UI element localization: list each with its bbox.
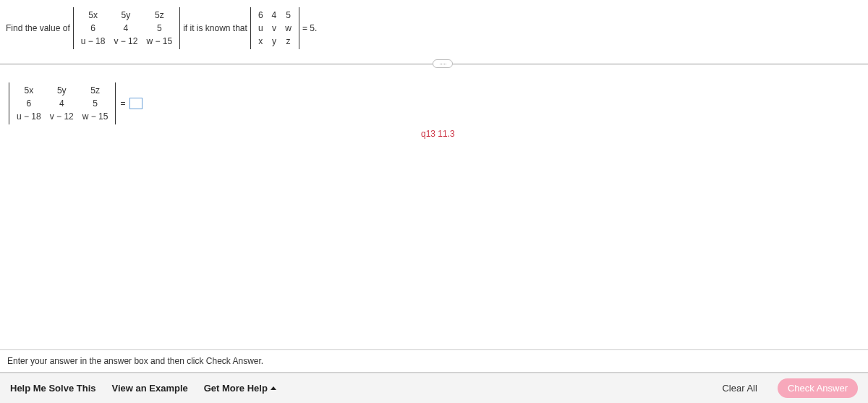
matrix-cell: w − 15 bbox=[78, 111, 113, 122]
matrix-cell: 4 bbox=[109, 23, 142, 33]
matrix-cell: 6 bbox=[77, 23, 110, 33]
footer-instruction: Enter your answer in the answer box and … bbox=[0, 349, 868, 373]
det2-grid: 645uvwxyz bbox=[251, 7, 299, 49]
prompt-tail: = 5. bbox=[302, 23, 317, 33]
matrix-cell: 5x bbox=[77, 10, 110, 20]
matrix-cell: 4 bbox=[268, 10, 281, 20]
prompt-mid: if it is known that bbox=[183, 23, 247, 33]
prompt-lead: Find the value of bbox=[6, 23, 70, 33]
matrix-cell: x bbox=[254, 36, 268, 46]
bottom-toolbar: Help Me Solve This View an Example Get M… bbox=[0, 373, 868, 403]
det-bar-right bbox=[115, 82, 116, 124]
help-me-solve-label: Help Me Solve This bbox=[10, 383, 95, 394]
matrix-cell: u − 18 bbox=[12, 111, 46, 122]
matrix-cell: y bbox=[268, 36, 281, 46]
answer-det-grid: 5x5y5z645u − 18v − 12w − 15 bbox=[9, 82, 115, 124]
clear-all-button[interactable]: Clear All bbox=[718, 382, 761, 394]
get-more-help-button[interactable]: Get More Help bbox=[204, 383, 276, 394]
question-area: Find the value of 5x5y5z645u − 18v − 12w… bbox=[0, 0, 868, 54]
matrix-cell: 5x bbox=[12, 85, 46, 96]
determinant-2: 645uvwxyz bbox=[250, 7, 299, 49]
det1-grid: 5x5y5z645u − 18v − 12w − 15 bbox=[74, 7, 179, 49]
matrix-cell: z bbox=[281, 36, 296, 46]
matrix-cell: u bbox=[254, 23, 268, 33]
question-reference-note: q13 11.3 bbox=[421, 129, 455, 139]
determinant-1: 5x5y5z645u − 18v − 12w − 15 bbox=[73, 7, 180, 49]
help-me-solve-button[interactable]: Help Me Solve This bbox=[10, 383, 95, 394]
matrix-cell: 5 bbox=[142, 23, 176, 33]
question-prompt-line: Find the value of 5x5y5z645u − 18v − 12w… bbox=[6, 7, 862, 49]
check-answer-button[interactable]: Check Answer bbox=[778, 378, 858, 398]
matrix-cell: 6 bbox=[254, 10, 268, 20]
matrix-cell: 6 bbox=[12, 98, 46, 109]
view-example-button[interactable]: View an Example bbox=[111, 383, 187, 394]
matrix-cell: 5y bbox=[109, 10, 142, 20]
matrix-cell: 5 bbox=[281, 10, 296, 20]
work-area: 5x5y5z645u − 18v − 12w − 15 = bbox=[0, 75, 868, 127]
matrix-cell: w − 15 bbox=[142, 36, 176, 46]
divider-handle[interactable] bbox=[433, 59, 453, 68]
det-bar-right bbox=[179, 7, 180, 49]
answer-input[interactable] bbox=[129, 98, 142, 109]
matrix-cell: 5y bbox=[46, 85, 78, 96]
matrix-cell: v bbox=[268, 23, 281, 33]
matrix-cell: u − 18 bbox=[77, 36, 110, 46]
view-example-label: View an Example bbox=[111, 383, 187, 394]
matrix-cell: w bbox=[281, 23, 296, 33]
matrix-cell: 5z bbox=[142, 10, 176, 20]
equals-sign: = bbox=[119, 98, 127, 109]
matrix-cell: 4 bbox=[46, 98, 78, 109]
answer-determinant: 5x5y5z645u − 18v − 12w − 15 bbox=[9, 82, 116, 124]
answer-line: 5x5y5z645u − 18v − 12w − 15 = bbox=[9, 82, 859, 124]
get-more-help-label: Get More Help bbox=[204, 383, 268, 394]
caret-up-icon bbox=[271, 386, 276, 390]
matrix-cell: 5 bbox=[78, 98, 113, 109]
det-bar-right bbox=[299, 7, 299, 49]
section-divider bbox=[0, 59, 868, 68]
matrix-cell: v − 12 bbox=[109, 36, 142, 46]
matrix-cell: 5z bbox=[78, 85, 113, 96]
matrix-cell: v − 12 bbox=[46, 111, 78, 122]
